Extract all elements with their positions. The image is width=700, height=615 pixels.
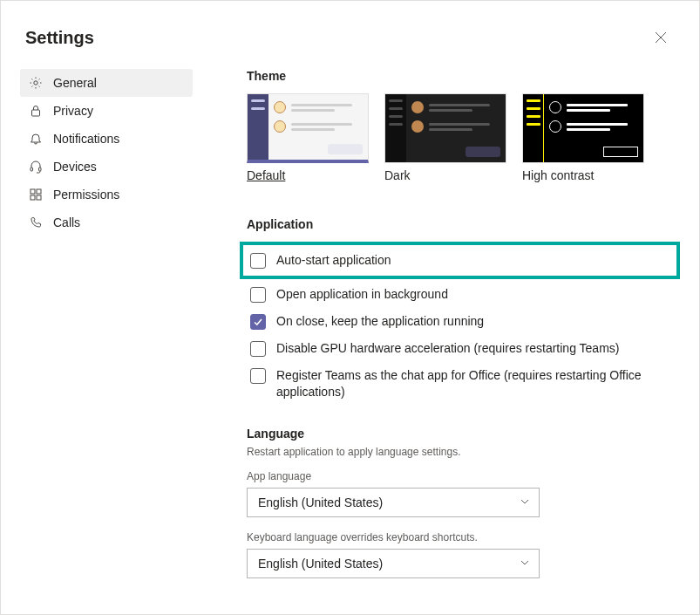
theme-label: Default: [247, 168, 369, 182]
theme-option-dark[interactable]: Dark: [384, 93, 506, 182]
checkbox-label: Auto-start application: [276, 252, 391, 269]
theme-section-title: Theme: [247, 69, 673, 83]
page-title: Settings: [25, 28, 94, 48]
headset-icon: [29, 160, 43, 174]
sidebar: General Privacy Notifications Devices Pe…: [20, 69, 193, 592]
checkbox[interactable]: [250, 253, 266, 269]
close-icon: [655, 31, 667, 44]
svg-rect-4: [31, 189, 35, 194]
theme-preview-default: [247, 93, 369, 163]
app-language-label: App language: [247, 470, 673, 482]
svg-rect-6: [31, 195, 35, 200]
svg-rect-1: [32, 110, 40, 116]
sidebar-item-notifications[interactable]: Notifications: [20, 125, 193, 153]
chevron-down-icon: [520, 557, 530, 571]
svg-rect-2: [31, 167, 33, 171]
close-button[interactable]: [647, 24, 675, 51]
sidebar-item-devices[interactable]: Devices: [20, 153, 193, 181]
select-value: English (United States): [258, 495, 383, 509]
checkbox-row-register-chat[interactable]: Register Teams as the chat app for Offic…: [247, 362, 673, 406]
checkbox[interactable]: [250, 287, 266, 303]
checkbox-row-auto-start[interactable]: Auto-start application: [240, 242, 680, 279]
sidebar-item-permissions[interactable]: Permissions: [20, 181, 193, 208]
svg-rect-3: [39, 167, 42, 171]
checkbox[interactable]: [250, 314, 266, 330]
svg-rect-5: [37, 189, 41, 194]
lock-icon: [29, 104, 43, 118]
theme-label: Dark: [384, 168, 506, 182]
checkbox[interactable]: [250, 341, 266, 357]
checkbox-row-open-background[interactable]: Open application in background: [247, 281, 673, 308]
theme-label: High contrast: [522, 168, 644, 182]
check-icon: [253, 317, 263, 327]
bell-icon: [29, 132, 43, 146]
gear-icon: [29, 76, 43, 90]
language-section-title: Language: [247, 427, 673, 441]
checkbox-label: Register Teams as the chat app for Offic…: [276, 367, 669, 400]
svg-rect-7: [37, 195, 41, 200]
sidebar-item-general[interactable]: General: [20, 69, 193, 97]
sidebar-item-label: Notifications: [53, 132, 119, 146]
sidebar-item-label: General: [53, 76, 97, 90]
phone-icon: [29, 215, 43, 229]
checkbox-label: Disable GPU hardware acceleration (requi…: [276, 340, 619, 357]
checkbox-row-disable-gpu[interactable]: Disable GPU hardware acceleration (requi…: [247, 335, 673, 362]
application-section-title: Application: [247, 217, 673, 231]
checkbox-label: Open application in background: [276, 286, 448, 303]
sidebar-item-label: Privacy: [53, 104, 93, 118]
sidebar-item-label: Permissions: [53, 188, 119, 202]
sidebar-item-privacy[interactable]: Privacy: [20, 97, 193, 125]
theme-option-default[interactable]: Default: [247, 93, 369, 182]
app-language-select[interactable]: English (United States): [247, 488, 540, 517]
language-hint: Restart application to apply language se…: [247, 446, 673, 458]
theme-preview-dark: [384, 93, 506, 163]
checkbox[interactable]: [250, 368, 266, 384]
checkbox-row-on-close[interactable]: On close, keep the application running: [247, 308, 673, 335]
sidebar-item-calls[interactable]: Calls: [20, 208, 193, 236]
apps-icon: [29, 188, 43, 202]
sidebar-item-label: Calls: [53, 215, 80, 229]
svg-point-0: [34, 81, 37, 85]
keyboard-language-label: Keyboard language overrides keyboard sho…: [247, 531, 673, 543]
theme-preview-high-contrast: [522, 93, 644, 163]
checkbox-label: On close, keep the application running: [276, 313, 484, 330]
select-value: English (United States): [258, 557, 383, 571]
chevron-down-icon: [520, 495, 530, 509]
theme-option-high-contrast[interactable]: High contrast: [522, 93, 644, 182]
keyboard-language-select[interactable]: English (United States): [247, 549, 540, 578]
sidebar-item-label: Devices: [53, 160, 97, 174]
